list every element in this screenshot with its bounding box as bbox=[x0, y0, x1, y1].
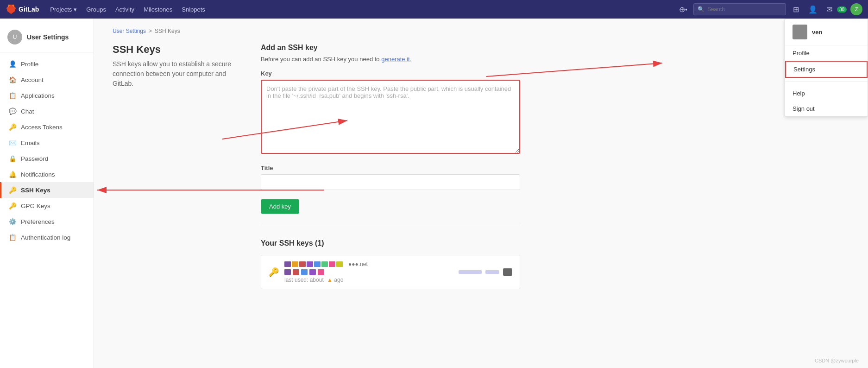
mail-icon: ✉ bbox=[823, 3, 836, 16]
applications-icon: 📋 bbox=[9, 92, 16, 99]
nav-activity[interactable]: Activity bbox=[112, 4, 138, 15]
key-row-icon: 🔑 bbox=[269, 267, 279, 277]
nav-brand-label: GitLab bbox=[19, 6, 39, 13]
sidebar-item-profile[interactable]: 👤 Profile bbox=[0, 56, 94, 72]
page-description: SSH keys allow you to establish a secure… bbox=[113, 59, 233, 89]
avatar: U bbox=[7, 30, 22, 44]
emails-icon: ✉️ bbox=[9, 139, 16, 146]
nav-snippets[interactable]: Snippets bbox=[178, 4, 209, 15]
sidebar-item-gpg-keys[interactable]: 🔑 GPG Keys bbox=[0, 198, 94, 214]
nav-logo[interactable]: GitLab bbox=[6, 4, 39, 15]
nav-right: ⊕▾ 🔍 ⊞ 👤 ✉ 30 Z bbox=[677, 3, 862, 16]
sidebar-item-applications[interactable]: 📋 Applications bbox=[0, 88, 94, 103]
sidebar-item-access-tokens[interactable]: 🔑 Access Tokens bbox=[0, 119, 94, 135]
ssh-key-info: ●●●.net last used: about bbox=[284, 261, 453, 283]
main-content: User Settings > SSH Keys SSH Keys SSH ke… bbox=[94, 19, 868, 368]
top-nav: GitLab Projects ▾ Groups Activity Milest… bbox=[0, 0, 868, 19]
nav-user-button[interactable]: 👤 bbox=[806, 3, 819, 16]
chat-icon: 💬 bbox=[9, 108, 16, 115]
add-ssh-desc: Before you can add an SSH key you need t… bbox=[261, 56, 520, 63]
dropdown-username: ven bbox=[812, 29, 822, 36]
page-title: SSH Keys bbox=[113, 44, 233, 56]
nav-projects[interactable]: Projects ▾ bbox=[46, 4, 81, 15]
dropdown-divider bbox=[785, 82, 868, 82]
ssh-key-actions bbox=[459, 268, 512, 276]
sidebar-item-chat[interactable]: 💬 Chat bbox=[0, 103, 94, 119]
add-key-button[interactable]: Add key bbox=[261, 199, 299, 214]
nav-items: Projects ▾ Groups Activity Milestones Sn… bbox=[46, 4, 677, 15]
access-tokens-icon: 🔑 bbox=[9, 123, 16, 131]
section-divider bbox=[261, 225, 520, 225]
left-col: SSH Keys SSH keys allow you to establish… bbox=[113, 44, 233, 289]
nav-plus-button[interactable]: ⊕▾ bbox=[677, 3, 690, 16]
content-area: SSH Keys SSH keys allow you to establish… bbox=[113, 44, 849, 289]
dropdown-profile[interactable]: Profile bbox=[785, 45, 868, 61]
dropdown-avatar bbox=[793, 25, 807, 39]
search-input[interactable] bbox=[707, 6, 772, 13]
password-icon: 🔒 bbox=[9, 155, 16, 162]
sidebar-item-emails[interactable]: ✉️ Emails bbox=[0, 135, 94, 151]
dropdown-help[interactable]: Help bbox=[785, 86, 868, 101]
nav-search-box[interactable]: 🔍 bbox=[693, 3, 786, 15]
breadcrumb: User Settings > SSH Keys bbox=[113, 28, 849, 34]
nav-avatar[interactable]: Z bbox=[850, 3, 862, 15]
breadcrumb-current: SSH Keys bbox=[155, 28, 180, 34]
sidebar-item-notifications[interactable]: 🔔 Notifications bbox=[0, 166, 94, 182]
footer-credit: CSDN @zywpurple bbox=[815, 358, 859, 363]
user-dropdown: ven Profile Settings Help Sign out bbox=[785, 19, 868, 117]
sidebar-item-account[interactable]: 🏠 Account bbox=[0, 72, 94, 88]
sidebar-item-auth-log[interactable]: 📋 Authentication log bbox=[0, 229, 94, 245]
dropdown-settings[interactable]: Settings bbox=[785, 61, 868, 78]
auth-log-icon: 📋 bbox=[9, 234, 16, 241]
title-field-section: Title bbox=[261, 165, 520, 190]
layout: U User Settings 👤 Profile 🏠 Account 📋 Ap… bbox=[0, 19, 868, 368]
title-label: Title bbox=[261, 165, 520, 171]
profile-icon: 👤 bbox=[9, 60, 16, 68]
sidebar-title: User Settings bbox=[27, 33, 69, 41]
ssh-key-row: 🔑 bbox=[261, 255, 520, 289]
generate-link[interactable]: generate it. bbox=[381, 56, 411, 63]
breadcrumb-parent[interactable]: User Settings bbox=[113, 28, 146, 34]
dropdown-user-info: ven bbox=[785, 19, 868, 45]
breadcrumb-separator: > bbox=[149, 28, 152, 34]
nav-mail[interactable]: ✉ 30 bbox=[823, 3, 847, 16]
nav-panels-button[interactable]: ⊞ bbox=[790, 3, 803, 16]
add-ssh-title: Add an SSH key bbox=[261, 44, 520, 52]
gpg-keys-icon: 🔑 bbox=[9, 202, 16, 209]
mail-badge: 30 bbox=[837, 6, 847, 13]
account-icon: 🏠 bbox=[9, 76, 16, 83]
dropdown-signout[interactable]: Sign out bbox=[785, 101, 868, 116]
chevron-down-icon: ▾ bbox=[74, 6, 77, 13]
preferences-icon: ⚙️ bbox=[9, 218, 16, 225]
key-field-section: Key bbox=[261, 70, 520, 155]
page-header: SSH Keys SSH keys allow you to establish… bbox=[113, 44, 233, 89]
nav-groups[interactable]: Groups bbox=[82, 4, 110, 15]
sidebar: U User Settings 👤 Profile 🏠 Account 📋 Ap… bbox=[0, 19, 94, 368]
right-col: Add an SSH key Before you can add an SSH… bbox=[261, 44, 520, 289]
key-textarea[interactable] bbox=[261, 80, 520, 154]
ssh-keys-list-title: Your SSH keys (1) bbox=[261, 239, 520, 247]
notifications-icon: 🔔 bbox=[9, 171, 16, 178]
sidebar-item-ssh-keys[interactable]: 🔑 SSH Keys bbox=[0, 182, 94, 198]
sidebar-item-password[interactable]: 🔒 Password bbox=[0, 151, 94, 166]
ssh-keys-icon: 🔑 bbox=[9, 186, 16, 194]
ssh-key-last-used: last used: about ▲ ago bbox=[284, 277, 453, 283]
title-input[interactable] bbox=[261, 174, 520, 190]
add-ssh-section: Add an SSH key Before you can add an SSH… bbox=[261, 44, 520, 214]
key-label: Key bbox=[261, 70, 520, 77]
sidebar-header: U User Settings bbox=[0, 26, 94, 52]
nav-milestones[interactable]: Milestones bbox=[140, 4, 176, 15]
ssh-keys-list-section: Your SSH keys (1) 🔑 bbox=[261, 239, 520, 289]
sidebar-item-preferences[interactable]: ⚙️ Preferences bbox=[0, 214, 94, 229]
